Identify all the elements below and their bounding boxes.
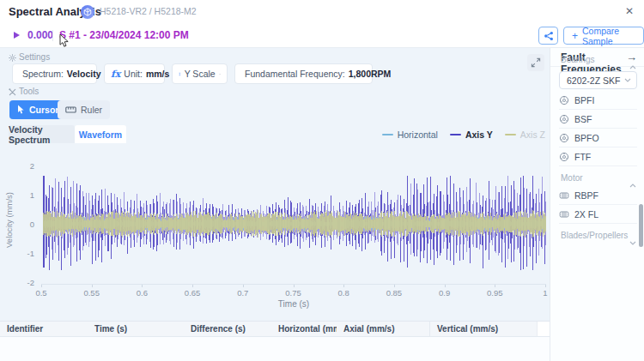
x-tick-mark bbox=[92, 285, 93, 287]
spectral-analysis-window: Spectral Analysis H5218-VR2 / H5218-M2 ✕… bbox=[0, 0, 644, 361]
unit-prefix: Unit: bbox=[124, 69, 143, 79]
chevron-down-icon bbox=[624, 78, 631, 82]
chevron-up-icon bbox=[629, 65, 636, 69]
waveform-plot[interactable] bbox=[41, 161, 546, 286]
x-tick-label: 0.8 bbox=[331, 288, 356, 298]
x-tick-label: 0.7 bbox=[230, 288, 256, 298]
column-header-difference-s-: Difference (s) bbox=[184, 322, 271, 336]
column-header-axial-mm-s-: Axial (mm/s) bbox=[337, 322, 429, 336]
motor-icon bbox=[559, 209, 569, 220]
results-table-body bbox=[0, 337, 550, 361]
y-tick-label: -1 bbox=[17, 249, 34, 258]
share-button[interactable] bbox=[538, 27, 558, 45]
x-tick-mark bbox=[343, 285, 344, 287]
legend-label: Axis Z bbox=[520, 129, 545, 140]
chevron-down-icon bbox=[219, 72, 221, 76]
fault-frequency-item-bpfo[interactable]: BPFO bbox=[559, 129, 637, 147]
chart-legend: HorizontalAxis YAxis Z bbox=[382, 129, 545, 140]
sample-selector[interactable]: S #1 - 23/04/2024 12:00 PM bbox=[59, 23, 189, 47]
section-name: Blades/Propellers bbox=[561, 231, 628, 240]
x-tick-label: 0.85 bbox=[381, 288, 407, 298]
fault-frequency-item-ftf[interactable]: FTF bbox=[559, 147, 637, 166]
share-icon bbox=[544, 31, 554, 41]
y-tick-label: 2 bbox=[17, 161, 34, 171]
bearing-icon bbox=[559, 95, 569, 105]
legend-label: Axis Y bbox=[465, 129, 493, 140]
x-tick-mark bbox=[142, 285, 143, 287]
fundamental-value: 1,800RPM bbox=[349, 69, 392, 79]
x-tick-mark bbox=[445, 285, 446, 287]
fault-frequency-label: FTF bbox=[574, 152, 591, 162]
motor-icon bbox=[559, 190, 569, 201]
ruler-tool-label: Ruler bbox=[81, 105, 102, 115]
compare-sample-button[interactable]: + Compare Sample bbox=[563, 27, 644, 45]
unit-value: mm/s bbox=[146, 69, 169, 79]
settings-label: Settings bbox=[19, 52, 50, 62]
legend-swatch bbox=[505, 134, 516, 135]
column-header-horizontal-mm-s-: Horizontal (mm/s) bbox=[271, 322, 337, 336]
section-header-blades-propellers[interactable]: Blades/Propellers bbox=[550, 229, 644, 244]
chart-panel: Settings Spectrum:Velocity fx Unit:mm/s … bbox=[0, 48, 550, 361]
playback-time-value: 0.000 bbox=[27, 23, 53, 47]
section-header-motor[interactable]: Motor bbox=[550, 171, 644, 186]
x-tick-label: 0.95 bbox=[482, 288, 507, 298]
column-header-identifier: Identifier bbox=[0, 322, 88, 336]
fault-frequency-item-bpfi[interactable]: BPFI bbox=[559, 91, 637, 110]
window-header: Spectral Analysis H5218-VR2 / H5218-M2 ✕ bbox=[0, 0, 644, 23]
x-tick-label: 0.65 bbox=[179, 288, 205, 298]
asset-cube-icon bbox=[81, 5, 94, 19]
fundamental-frequency-dropdown[interactable]: Fundamental Frequency:1,800RPM bbox=[234, 63, 373, 84]
column-header-time-s-: Time (s) bbox=[88, 322, 184, 336]
bearing-icon bbox=[559, 152, 569, 162]
spectrum-dropdown[interactable]: Spectrum:Velocity bbox=[12, 63, 97, 84]
device-breadcrumb: H5218-VR2 / H5218-M2 bbox=[100, 0, 197, 23]
unit-dropdown[interactable]: fx Unit:mm/s bbox=[104, 63, 165, 84]
legend-item-axis-y[interactable]: Axis Y bbox=[450, 129, 493, 140]
x-tick-label: 0.9 bbox=[432, 288, 458, 298]
legend-swatch bbox=[450, 134, 461, 135]
sidebar-sections: Bearings6202-2Z SKFBPFIBSFBPFOFTFMotorRB… bbox=[550, 53, 644, 244]
legend-item-horizontal[interactable]: Horizontal bbox=[382, 129, 438, 140]
y-tick-label: 1 bbox=[17, 190, 34, 200]
y-scale-label: Y Scale bbox=[185, 69, 216, 79]
y-tick-label: -2 bbox=[17, 278, 34, 287]
fault-frequency-item-bsf[interactable]: BSF bbox=[559, 110, 637, 129]
bearing-icon bbox=[559, 133, 569, 143]
x-axis-title: Time (s) bbox=[267, 299, 320, 309]
bearing-model-dropdown[interactable]: 6202-2Z SKF bbox=[559, 71, 637, 89]
fault-frequency-item-2x-fl[interactable]: 2X FL bbox=[559, 205, 637, 224]
fault-frequency-item-rbpf[interactable]: RBPF bbox=[559, 186, 637, 205]
plus-icon: + bbox=[572, 32, 578, 40]
close-icon[interactable]: ✕ bbox=[625, 5, 634, 17]
fault-frequencies-sidebar: Fault Frequencies → Bearings6202-2Z SKFB… bbox=[550, 48, 644, 361]
results-table-header: IdentifierTime (s)Difference (s)Horizont… bbox=[0, 321, 550, 337]
y-scale-dropdown[interactable]: Y Scale bbox=[172, 63, 228, 84]
ruler-icon bbox=[65, 105, 76, 114]
tools-label: Tools bbox=[19, 87, 39, 96]
spectrum-value: Velocity bbox=[67, 69, 101, 79]
y-tick-label: 0 bbox=[17, 220, 34, 229]
section-name: Bearings bbox=[561, 55, 594, 64]
spectrum-prefix: Spectrum: bbox=[22, 69, 64, 79]
tab-velocity-spectrum[interactable]: Velocity Spectrum bbox=[9, 125, 75, 143]
fullscreen-button[interactable] bbox=[527, 54, 544, 71]
legend-label: Horizontal bbox=[398, 129, 438, 140]
fault-frequency-label: BSF bbox=[574, 114, 592, 124]
x-tick-mark bbox=[294, 285, 295, 287]
fault-frequency-label: BPFI bbox=[574, 95, 594, 105]
page-scrollbar-thumb[interactable] bbox=[639, 204, 643, 247]
sample-toolbar: 0.000 S #1 - 23/04/2024 12:00 PM + Compa… bbox=[0, 23, 644, 48]
section-name: Motor bbox=[561, 173, 583, 183]
x-tick-label: 0.55 bbox=[79, 288, 105, 298]
play-icon[interactable] bbox=[14, 32, 20, 39]
tab-waveform[interactable]: Waveform bbox=[75, 125, 126, 143]
legend-item-axis-z[interactable]: Axis Z bbox=[505, 129, 545, 140]
x-tick-mark bbox=[495, 285, 495, 287]
x-tick-mark bbox=[394, 285, 395, 287]
fault-frequency-label: 2X FL bbox=[574, 209, 598, 220]
section-header-bearings[interactable]: Bearings bbox=[550, 53, 644, 68]
compare-sample-label: Compare Sample bbox=[582, 26, 635, 46]
fault-frequency-label: BPFO bbox=[574, 133, 599, 143]
table-header-filler bbox=[537, 322, 550, 336]
ruler-tool-button[interactable]: Ruler bbox=[58, 100, 110, 119]
